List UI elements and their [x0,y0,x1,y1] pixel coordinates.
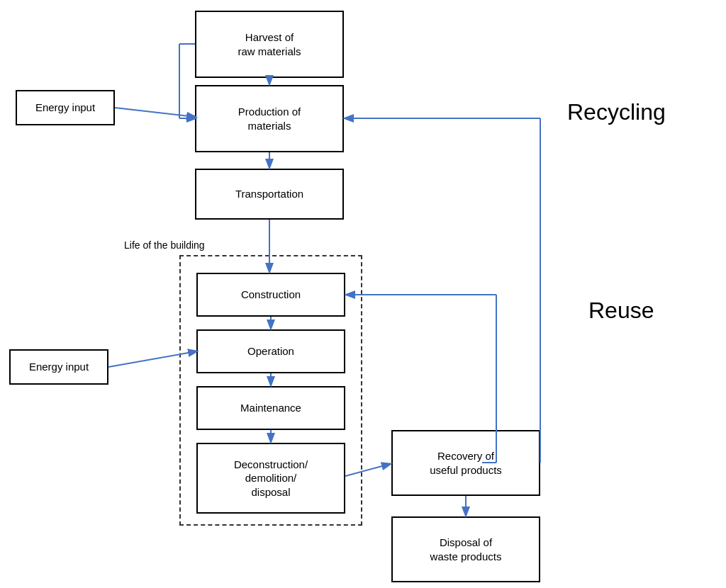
reuse-label: Reuse [588,298,654,324]
construction-box: Construction [196,273,345,317]
svg-line-11 [115,108,195,117]
disposal-box: Disposal of waste products [391,516,540,582]
recycling-label: Recycling [567,99,666,125]
harvest-box: Harvest of raw materials [195,11,344,78]
deconstruction-box: Deconstruction/ demolition/ disposal [196,443,345,514]
arrows-svg [0,0,726,588]
recovery-box: Recovery of useful products [391,430,540,496]
life-building-label: Life of the building [124,239,205,251]
maintenance-box: Maintenance [196,386,345,430]
energy-input-2-box: Energy input [9,349,108,385]
operation-box: Operation [196,329,345,373]
transportation-box: Transportation [195,169,344,220]
energy-input-1-box: Energy input [16,90,115,125]
diagram: Harvest of raw materials Production of m… [0,0,726,588]
production-box: Production of materials [195,85,344,152]
